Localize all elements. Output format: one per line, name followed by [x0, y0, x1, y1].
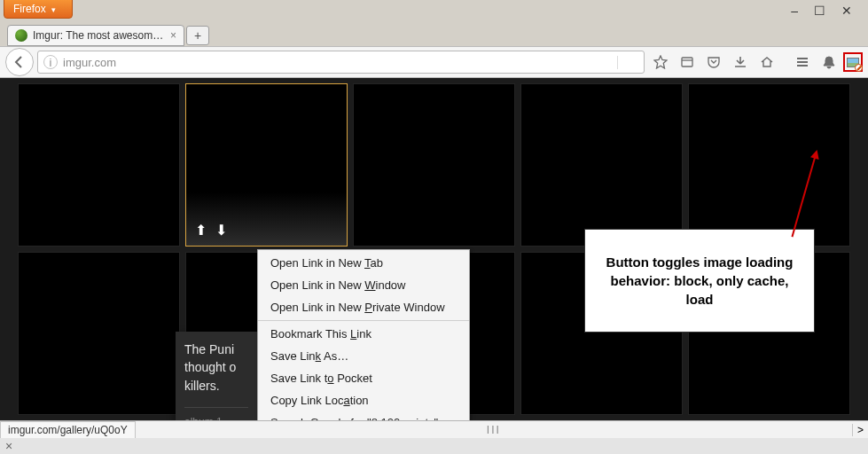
- tab-title: Imgur: The most awesome im…: [33, 29, 165, 42]
- scroll-right-button[interactable]: >: [852, 424, 868, 436]
- context-menu-item[interactable]: Save Link As…: [258, 345, 469, 367]
- caption-meta: album 1: [184, 407, 248, 420]
- gallery-thumb[interactable]: [18, 83, 180, 247]
- gallery-thumb[interactable]: [688, 83, 850, 247]
- gallery-thumb[interactable]: [18, 252, 180, 415]
- gallery-thumb-active[interactable]: ⬆ ⬇: [185, 83, 348, 247]
- menu-icon: [795, 55, 809, 69]
- status-bar: imgur.com/gallery/uQ0oY III >: [0, 420, 868, 438]
- new-tab-button[interactable]: +: [186, 26, 209, 45]
- notifications-button[interactable]: [817, 50, 841, 74]
- status-link-text: imgur.com/gallery/uQ0oY: [0, 421, 136, 439]
- downvote-icon[interactable]: ⬇: [215, 222, 227, 239]
- context-menu-item[interactable]: Open Link in New Window: [258, 274, 469, 296]
- addon-bar-close-button[interactable]: ×: [0, 439, 18, 453]
- firefox-menu-button[interactable]: Firefox: [4, 0, 73, 19]
- url-bar[interactable]: i: [37, 51, 645, 74]
- caption-line: thought o: [184, 358, 248, 376]
- pocket-button[interactable]: [701, 50, 726, 74]
- block-badge-icon: [855, 64, 863, 72]
- context-menu[interactable]: Open Link in New TabOpen Link in New Win…: [257, 249, 470, 420]
- annotation-callout: Button toggles image loading behavior: b…: [584, 229, 815, 333]
- home-icon: [760, 55, 774, 69]
- star-icon: [653, 55, 668, 69]
- back-icon: [12, 55, 27, 69]
- thumb-caption-popup: The Puni thought o killers. album 1: [176, 332, 257, 420]
- context-menu-item[interactable]: Bookmark This Link: [258, 323, 469, 345]
- imgur-favicon-icon: [15, 29, 27, 42]
- home-button[interactable]: [755, 50, 779, 74]
- context-menu-item[interactable]: Open Link in New Tab: [258, 252, 469, 274]
- addon-bar: ×: [0, 438, 868, 454]
- reload-button[interactable]: [617, 56, 638, 69]
- library-button[interactable]: [675, 50, 700, 74]
- pocket-icon: [707, 55, 721, 69]
- upvote-icon[interactable]: ⬆: [195, 222, 207, 239]
- window-minimize-button[interactable]: –: [791, 4, 798, 18]
- tab-close-button[interactable]: ×: [170, 29, 176, 42]
- browser-tab[interactable]: Imgur: The most awesome im… ×: [7, 25, 184, 46]
- image-loading-toggle-button[interactable]: [843, 52, 863, 72]
- downloads-button[interactable]: [728, 50, 753, 74]
- context-menu-item[interactable]: Search Google for "8,100 points": [258, 411, 469, 420]
- url-input[interactable]: [63, 56, 612, 69]
- library-icon: [680, 55, 694, 69]
- caption-line: The Puni: [184, 340, 248, 358]
- window-close-button[interactable]: ✕: [841, 4, 852, 18]
- bell-icon: [822, 55, 836, 69]
- context-menu-item[interactable]: Open Link in New Private Window: [258, 296, 469, 318]
- tab-strip: Imgur: The most awesome im… × +: [0, 21, 868, 46]
- svg-rect-0: [682, 58, 692, 67]
- page-content: ⬆ ⬇ The Puni thought o killers. album 1 …: [0, 78, 868, 420]
- reload-icon: [625, 56, 638, 69]
- scrollbar-grip-icon[interactable]: III: [136, 424, 852, 436]
- navigation-toolbar: i: [0, 46, 868, 78]
- gallery-thumb[interactable]: [520, 83, 683, 247]
- site-info-icon[interactable]: i: [43, 55, 58, 69]
- context-menu-item[interactable]: Save Link to Pocket: [258, 367, 469, 389]
- back-button[interactable]: [5, 48, 34, 76]
- gallery-thumb[interactable]: [353, 83, 515, 247]
- bookmark-star-button[interactable]: [648, 50, 673, 74]
- download-icon: [733, 55, 747, 69]
- window-maximize-button[interactable]: ☐: [814, 4, 825, 18]
- hamburger-menu-button[interactable]: [790, 50, 815, 74]
- caption-line: killers.: [184, 377, 248, 395]
- context-menu-item[interactable]: Copy Link Location: [258, 389, 469, 411]
- window-titlebar: Firefox – ☐ ✕: [0, 0, 868, 21]
